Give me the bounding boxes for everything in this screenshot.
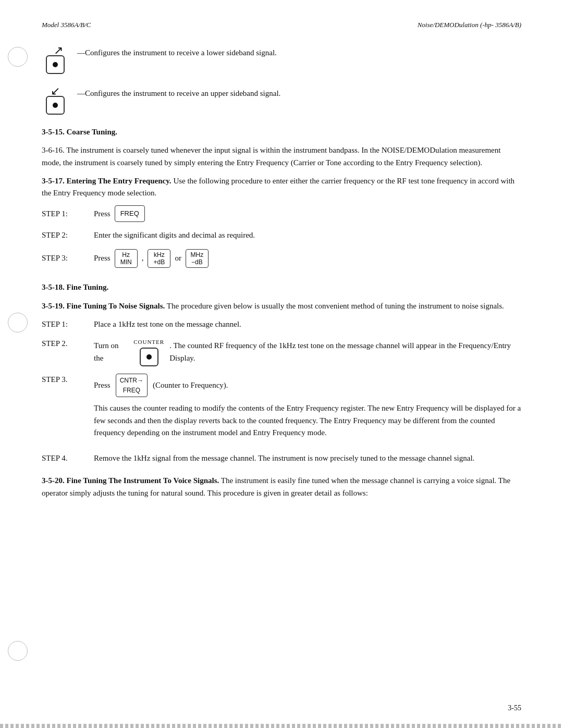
lower-sideband-text: —Configures the instrument to receive a … <box>77 45 277 59</box>
fine-step4-text: Remove the 1kHz signal from the message … <box>94 454 474 462</box>
page: Model 3586A/B/C Noise/DEMODulation (-hp-… <box>0 0 563 728</box>
step1-content: Press FREQ <box>94 205 145 222</box>
fine-tuning-heading: 3-5-18. Fine Tuning. <box>42 281 521 293</box>
coarse-tuning-para: 3-6-16. The instrument is coarsely tuned… <box>42 144 521 169</box>
fine-step3-content: Press CNTR→ FREQ (Counter to Frequency).… <box>94 374 521 445</box>
hz-min-key: Hz MIN <box>115 249 138 268</box>
fine-step1-content: Place a 1kHz test tone on the message ch… <box>94 318 241 330</box>
upper-arrow-icon: ↙ <box>51 85 60 97</box>
noise-signals-heading: 3-5-19. Fine Tuning To Noise Signals. <box>42 302 165 310</box>
step2-text: Enter the significant digits and decimal… <box>94 229 255 241</box>
margin-circle-1 <box>8 47 28 67</box>
step3-key-note: (Counter to Frequency). <box>153 379 228 391</box>
upper-sideband-row: ↙ —Configures the instrument to receive … <box>42 85 521 115</box>
coarse-tuning-heading: 3-5-15. Coarse Tuning. <box>42 126 521 138</box>
counter-dot <box>146 354 152 360</box>
counter-button-group: COUNTER <box>133 338 164 366</box>
step1-row: STEP 1: Press FREQ <box>42 205 521 222</box>
step3-press-text: Press <box>94 252 111 264</box>
lower-arrow-icon: ↗ <box>54 45 63 56</box>
fine-step1-text: Place a 1kHz test tone on the message ch… <box>94 318 241 330</box>
fine-step2-block: STEP 2. Turn on the COUNTER . The counte… <box>42 338 521 366</box>
fine-step2-label: STEP 2. <box>42 338 94 366</box>
step3-press-text: Press <box>94 379 111 391</box>
entering-freq-heading: 3-5-17. Entering The Entry Frequency. <box>42 177 172 185</box>
lower-sideband-button <box>46 55 65 74</box>
fine-step4-content: Remove the 1kHz signal from the message … <box>94 452 521 464</box>
lower-sideband-row: ↗ —Configures the instrument to receive … <box>42 45 521 74</box>
upper-sideband-button <box>46 96 65 115</box>
voice-signals-heading: 3-5-20. Fine Tuning The Instrument To Vo… <box>42 476 219 485</box>
step3-label: STEP 3: <box>42 252 94 264</box>
margin-circle-2 <box>8 313 28 332</box>
mhz-db-key: MHz −dB <box>186 249 209 268</box>
step3-content: Press Hz MIN , kHz +dB or MHz −dB <box>94 249 209 268</box>
page-header: Model 3586A/B/C Noise/DEMODulation (-hp-… <box>42 21 521 29</box>
noise-signals-para: 3-5-19. Fine Tuning To Noise Signals. Th… <box>42 300 521 312</box>
counter-button <box>140 348 158 366</box>
fine-step4-label: STEP 4. <box>42 452 94 464</box>
counter-label: COUNTER <box>133 338 164 347</box>
header-right: Noise/DEMODulation (-hp- 3586A/B) <box>418 21 521 29</box>
step3-row: STEP 3: Press Hz MIN , kHz +dB or MHz −d… <box>42 249 521 268</box>
button-dot <box>53 62 58 67</box>
fine-step4-block: STEP 4. Remove the 1kHz signal from the … <box>42 452 521 464</box>
step1-label: STEP 1: <box>42 208 94 220</box>
button-dot-2 <box>53 103 58 108</box>
step2-after-text: . The counted RF frequency of the 1kHz t… <box>169 340 521 364</box>
fine-step3-label: STEP 3. <box>42 374 94 445</box>
lower-sideband-symbol: ↗ <box>42 45 69 74</box>
step2-turn-on-text: Turn on the <box>94 340 128 364</box>
step2-label: STEP 2: <box>42 229 94 241</box>
main-content: ↗ —Configures the instrument to receive … <box>42 45 521 499</box>
margin-circle-3 <box>8 641 28 661</box>
entering-freq-heading-para: 3-5-17. Entering The Entry Frequency. Us… <box>42 175 521 200</box>
page-footer: 3-55 <box>508 704 521 712</box>
fine-step3-block: STEP 3. Press CNTR→ FREQ (Counter to Fre… <box>42 374 521 445</box>
freq-key: FREQ <box>115 205 145 222</box>
header-left: Model 3586A/B/C <box>42 21 91 29</box>
comma-separator: , <box>142 252 144 264</box>
step2-content: Enter the significant digits and decimal… <box>94 229 255 241</box>
bottom-divider <box>0 724 563 728</box>
fine-step2-content: Turn on the COUNTER . The counted RF fre… <box>94 338 521 366</box>
khz-db-key: kHz +dB <box>148 249 170 268</box>
step2-row: STEP 2: Enter the significant digits and… <box>42 229 521 241</box>
or-text: or <box>175 252 181 264</box>
step1-press-text: Press <box>94 208 111 220</box>
upper-sideband-text: —Configures the instrument to receive an… <box>77 85 280 100</box>
step3-para: This causes the counter reading to modif… <box>94 402 521 439</box>
fine-step1-row: STEP 1: Place a 1kHz test tone on the me… <box>42 318 521 330</box>
noise-signals-intro: The procedure given below is usually the… <box>167 302 504 310</box>
step2-icon-row: Turn on the COUNTER . The counted RF fre… <box>94 338 521 366</box>
fine-step1-label: STEP 1: <box>42 318 94 330</box>
page-number: 3-55 <box>508 704 521 712</box>
upper-sideband-symbol: ↙ <box>42 85 69 115</box>
cntr-freq-key: CNTR→ FREQ <box>116 374 148 397</box>
step3-press-row: Press CNTR→ FREQ (Counter to Frequency). <box>94 374 521 397</box>
voice-signals-para: 3-5-20. Fine Tuning The Instrument To Vo… <box>42 475 521 499</box>
